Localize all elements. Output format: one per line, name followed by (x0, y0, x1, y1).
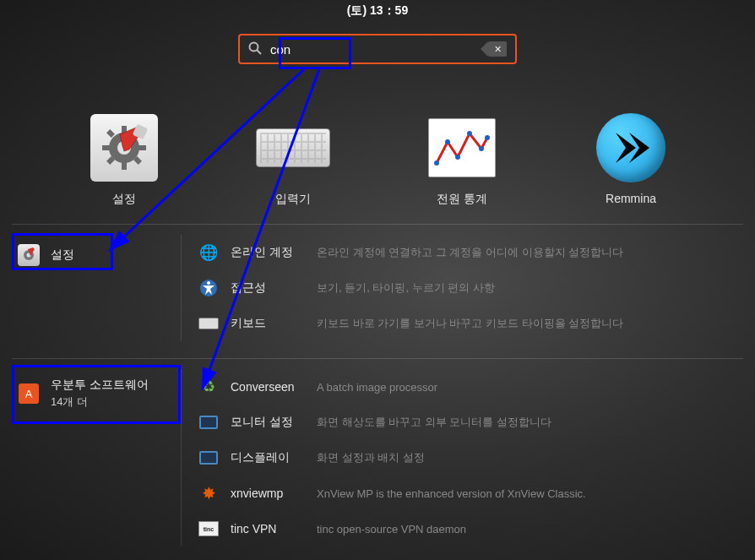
accessibility-icon (198, 278, 219, 298)
section-title: 설정 (51, 247, 74, 263)
chart-icon (428, 118, 496, 177)
result-desc: XnView MP is the enhanced version of XnV… (317, 487, 586, 500)
search-box[interactable]: ✕ (238, 34, 517, 64)
svg-rect-4 (122, 161, 127, 170)
svg-point-13 (434, 160, 439, 166)
settings-icon (18, 244, 40, 266)
result-desc: tinc open-source VPN daemon (317, 523, 466, 536)
svg-point-0 (250, 42, 258, 51)
section-more: 14개 더 (51, 394, 149, 410)
monitor-icon (198, 412, 219, 432)
app-label: Remmina (606, 192, 656, 205)
svg-point-18 (485, 135, 490, 140)
keyboard-icon (256, 128, 330, 167)
result-name: Converseen (231, 380, 305, 394)
clear-search-icon[interactable]: ✕ (488, 41, 507, 57)
svg-point-15 (455, 155, 460, 160)
svg-rect-7 (106, 129, 115, 138)
result-desc: 화면 해상도를 바꾸고 외부 모니터를 설정합니다 (317, 415, 551, 430)
result-name: 키보드 (231, 316, 305, 331)
result-name: xnviewmp (231, 487, 305, 500)
section-software: A 우분투 소프트웨어 14개 더 ♻ Converseen A batch i… (12, 369, 743, 546)
result-converseen[interactable]: ♻ Converseen A batch image processor (198, 369, 735, 405)
result-name: 모니터 설정 (231, 415, 305, 430)
recycle-icon: ♻ (198, 377, 219, 397)
result-desc: 온라인 계정에 연결하고 그 계정을 어디에 이용할지 설정합니다 (317, 245, 623, 260)
app-power-stats[interactable]: 전원 통계 (407, 111, 517, 207)
apps-grid: 설정 입력기 전원 통계 Remmina (0, 111, 755, 207)
settings-icon (90, 114, 158, 182)
result-display[interactable]: 디스플레이 화면 설정과 배치 설정 (198, 440, 735, 476)
section-settings: 설정 🌐 온라인 계정 온라인 계정에 연결하고 그 계정을 어디에 이용할지 … (12, 235, 743, 341)
svg-point-14 (445, 139, 450, 144)
result-online-accounts[interactable]: 🌐 온라인 계정 온라인 계정에 연결하고 그 계정을 어디에 이용할지 설정합… (198, 235, 735, 270)
top-clock: (토) 13：59 (0, 0, 755, 22)
result-desc: 화면 설정과 배치 설정 (317, 450, 425, 465)
result-tincvpn[interactable]: tinc tinc VPN tinc open-source VPN daemo… (198, 511, 735, 546)
ubuntu-software-icon: A (19, 383, 39, 404)
result-desc: 보기, 듣기, 타이핑, 누르기 편의 사항 (317, 280, 495, 296)
keyboard-icon (198, 313, 219, 334)
section-title: 우분투 소프트웨어 (51, 378, 149, 393)
app-label: 전원 통계 (437, 192, 487, 207)
result-monitor-settings[interactable]: 모니터 설정 화면 해상도를 바꾸고 외부 모니터를 설정합니다 (198, 405, 735, 440)
result-xnviewmp[interactable]: ✸ xnviewmp XnView MP is the enhanced ver… (198, 476, 735, 511)
app-label: 입력기 (275, 192, 311, 207)
xnview-icon: ✸ (198, 483, 219, 503)
svg-rect-6 (138, 145, 146, 150)
section-header-software[interactable]: A 우분투 소프트웨어 14개 더 (12, 369, 181, 418)
app-label: 설정 (112, 192, 136, 207)
result-name: 접근성 (231, 280, 305, 296)
tinc-icon: tinc (198, 519, 219, 539)
remmina-icon (596, 113, 665, 182)
search-icon (248, 41, 262, 57)
search-input[interactable] (270, 42, 480, 57)
result-name: 디스플레이 (231, 450, 305, 465)
result-keyboard[interactable]: 키보드 키보드 바로 가기를 보거나 바꾸고 키보드 타이핑을 설정합니다 (198, 306, 735, 341)
divider (12, 358, 743, 359)
result-name: tinc VPN (231, 522, 305, 536)
svg-point-17 (479, 146, 484, 151)
result-accessibility[interactable]: 접근성 보기, 듣기, 타이핑, 누르기 편의 사항 (198, 270, 735, 306)
result-desc: 키보드 바로 가기를 보거나 바꾸고 키보드 타이핑을 설정합니다 (317, 316, 623, 331)
globe-icon: 🌐 (198, 242, 219, 263)
svg-point-22 (207, 281, 210, 285)
section-header-settings[interactable]: 설정 (12, 235, 181, 275)
svg-line-1 (258, 50, 262, 54)
svg-point-16 (467, 131, 472, 136)
svg-rect-5 (102, 145, 111, 150)
monitor-icon (198, 448, 219, 468)
app-settings[interactable]: 설정 (69, 111, 179, 207)
app-input-method[interactable]: 입력기 (238, 111, 348, 207)
divider (12, 224, 743, 225)
result-desc: A batch image processor (317, 381, 437, 394)
app-remmina[interactable]: Remmina (576, 111, 686, 207)
result-name: 온라인 계정 (231, 245, 305, 260)
